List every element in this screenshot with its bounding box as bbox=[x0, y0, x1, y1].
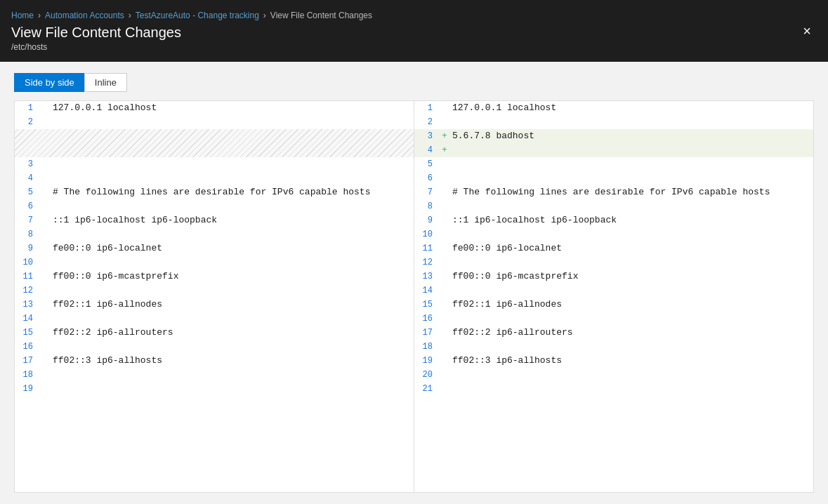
line-number: 3 bbox=[15, 157, 40, 171]
line-content: # The following lines are desirable for … bbox=[50, 185, 370, 199]
line-content: ff00::0 ip6-mcastprefix bbox=[449, 270, 578, 284]
diff-line: 14 bbox=[15, 312, 414, 326]
line-marker: + bbox=[440, 129, 449, 143]
diff-line: 18 bbox=[15, 368, 414, 382]
breadcrumb: Home › Automation Accounts › TestAzureAu… bbox=[11, 11, 372, 20]
line-number: 9 bbox=[15, 241, 40, 256]
diff-line: 9::1 ip6-localhost ip6-loopback bbox=[414, 213, 813, 227]
breadcrumb-automation[interactable]: Automation Accounts bbox=[45, 11, 124, 20]
diff-line: 7# The following lines are desirable for… bbox=[414, 185, 813, 199]
tab-bar: Side by side Inline bbox=[14, 73, 814, 92]
breadcrumb-sep-1: › bbox=[38, 11, 41, 20]
diff-line: 21 bbox=[414, 382, 813, 396]
line-number: 17 bbox=[414, 326, 440, 340]
line-content: ::1 ip6-localhost ip6-loopback bbox=[449, 213, 617, 227]
line-number: 1 bbox=[414, 101, 440, 115]
line-number: 3 bbox=[414, 129, 440, 143]
line-number: 12 bbox=[15, 284, 40, 298]
line-number: 6 bbox=[414, 171, 440, 185]
line-number: 5 bbox=[414, 157, 440, 171]
line-number: 21 bbox=[414, 382, 440, 396]
diff-line: 12 bbox=[15, 284, 414, 298]
line-number: 8 bbox=[15, 227, 40, 241]
diff-line: 15ff02::2 ip6-allrouters bbox=[15, 326, 414, 340]
line-number: 19 bbox=[15, 382, 40, 396]
line-content: fe00::0 ip6-localnet bbox=[50, 241, 162, 256]
diff-pane-right[interactable]: 1127.0.0.1 localhost23+5.6.7.8 badhost4+… bbox=[414, 101, 813, 492]
line-content: ff00::0 ip6-mcastprefix bbox=[50, 270, 178, 284]
breadcrumb-sep-2: › bbox=[129, 11, 131, 20]
diff-line: 4 bbox=[15, 171, 414, 185]
line-content: 127.0.0.1 localhost bbox=[449, 101, 556, 115]
diff-line: 3+5.6.7.8 badhost bbox=[414, 129, 813, 143]
line-content: ff02::2 ip6-allrouters bbox=[50, 326, 173, 340]
modal-body: Side by side Inline 1127.0.0.1 localhost… bbox=[0, 62, 828, 504]
diff-line: 17ff02::2 ip6-allrouters bbox=[414, 326, 813, 340]
line-content: ff02::1 ip6-allnodes bbox=[449, 298, 562, 312]
diff-line: 9fe00::0 ip6-localnet bbox=[15, 241, 414, 256]
diff-line: 3 bbox=[15, 157, 414, 171]
diff-line: 5# The following lines are desirable for… bbox=[15, 185, 414, 199]
diff-line-hatch-left bbox=[15, 129, 414, 157]
line-number: 19 bbox=[414, 354, 440, 368]
line-content: ff02::3 ip6-allhosts bbox=[449, 354, 562, 368]
diff-line: 19 bbox=[15, 382, 414, 396]
tab-side-by-side[interactable]: Side by side bbox=[14, 73, 84, 92]
modal-overlay: Home › Automation Accounts › TestAzureAu… bbox=[0, 0, 828, 504]
diff-pane-left[interactable]: 1127.0.0.1 localhost2345# The following … bbox=[15, 101, 414, 492]
modal-title: View File Content Changes bbox=[11, 25, 372, 41]
diff-line: 13ff02::1 ip6-allnodes bbox=[15, 298, 414, 312]
diff-line: 13ff00::0 ip6-mcastprefix bbox=[414, 270, 813, 284]
line-content: ff02::2 ip6-allrouters bbox=[449, 326, 573, 340]
line-number: 14 bbox=[15, 312, 40, 326]
line-number: 4 bbox=[15, 171, 40, 185]
diff-line: 1127.0.0.1 localhost bbox=[15, 101, 414, 115]
line-number: 13 bbox=[15, 298, 40, 312]
breadcrumb-change-tracking[interactable]: TestAzureAuto - Change tracking bbox=[136, 11, 259, 20]
tab-inline[interactable]: Inline bbox=[84, 73, 127, 92]
line-number: 15 bbox=[414, 298, 440, 312]
diff-line: 6 bbox=[414, 171, 813, 185]
line-content: # The following lines are desirable for … bbox=[449, 185, 770, 199]
modal-header: Home › Automation Accounts › TestAzureAu… bbox=[0, 0, 828, 62]
diff-line: 14 bbox=[414, 284, 813, 298]
diff-line: 15ff02::1 ip6-allnodes bbox=[414, 298, 813, 312]
line-number: 4 bbox=[414, 143, 440, 157]
diff-line: 6 bbox=[15, 199, 414, 213]
line-number: 11 bbox=[15, 270, 40, 284]
line-content: 127.0.0.1 localhost bbox=[50, 101, 157, 115]
diff-line: 16 bbox=[414, 312, 813, 326]
diff-line: 5 bbox=[414, 157, 813, 171]
breadcrumb-home[interactable]: Home bbox=[11, 11, 34, 20]
line-number: 9 bbox=[414, 213, 440, 227]
diff-line: 7::1 ip6-localhost ip6-loopback bbox=[15, 213, 414, 227]
line-number: 10 bbox=[414, 227, 440, 241]
diff-line: 16 bbox=[15, 340, 414, 354]
line-number: 16 bbox=[15, 340, 40, 354]
line-number: 5 bbox=[15, 185, 40, 199]
line-content: fe00::0 ip6-localnet bbox=[449, 241, 562, 256]
diff-line: 18 bbox=[414, 340, 813, 354]
line-number: 2 bbox=[15, 115, 40, 129]
diff-line: 8 bbox=[15, 227, 414, 241]
line-number: 14 bbox=[414, 284, 440, 298]
line-number: 15 bbox=[15, 326, 40, 340]
line-number: 1 bbox=[15, 101, 40, 115]
diff-line: 4+ bbox=[414, 143, 813, 157]
line-number: 18 bbox=[15, 368, 40, 382]
diff-line: 2 bbox=[15, 115, 414, 129]
line-number: 7 bbox=[414, 185, 440, 199]
line-content: 5.6.7.8 badhost bbox=[449, 129, 534, 143]
line-number: 13 bbox=[414, 270, 440, 284]
line-number: 7 bbox=[15, 213, 40, 227]
line-content: ff02::3 ip6-allhosts bbox=[50, 354, 162, 368]
diff-container: 1127.0.0.1 localhost2345# The following … bbox=[14, 100, 814, 493]
close-button[interactable]: × bbox=[797, 21, 817, 41]
line-number: 11 bbox=[414, 241, 440, 256]
modal-subtitle: /etc/hosts bbox=[11, 42, 372, 52]
diff-line: 2 bbox=[414, 115, 813, 129]
line-content: ::1 ip6-localhost ip6-loopback bbox=[50, 213, 217, 227]
breadcrumb-current: View File Content Changes bbox=[270, 11, 372, 20]
diff-line: 10 bbox=[414, 227, 813, 241]
line-content: ff02::1 ip6-allnodes bbox=[50, 298, 162, 312]
